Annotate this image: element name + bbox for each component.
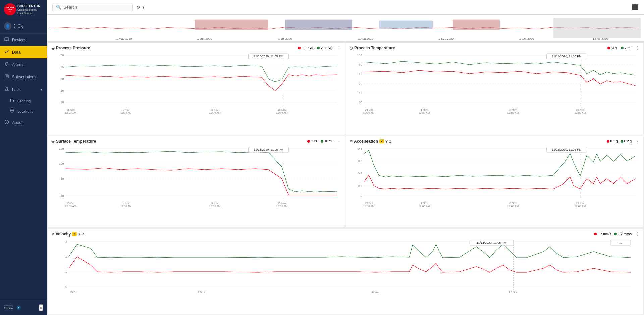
data-label: Data xyxy=(12,50,20,55)
accel-y-btn[interactable]: Y xyxy=(385,139,388,143)
svg-text:12:00 AM: 12:00 AM xyxy=(419,111,430,114)
filter-button[interactable]: ⚙ ▼ xyxy=(136,5,145,10)
svg-text:100: 100 xyxy=(357,54,362,57)
svg-text:0.4: 0.4 xyxy=(358,172,362,175)
svg-text:1 Nov: 1 Nov xyxy=(198,291,205,294)
svg-text:11/13/2020, 11:05 PM: 11/13/2020, 11:05 PM xyxy=(477,241,506,244)
legend-01g: 0.1 g xyxy=(607,139,618,143)
sidebar-item-subscriptions[interactable]: Subscriptions xyxy=(0,71,47,83)
legend-label-01g: 0.1 g xyxy=(610,139,618,143)
chart-velocity: ≋ Velocity X Y Z 0.7 mm/s xyxy=(48,228,643,314)
svg-text:15 Nov: 15 Nov xyxy=(576,108,584,111)
search-box[interactable]: 🔍 xyxy=(52,3,133,11)
chart-menu-accel[interactable]: ⋮ xyxy=(635,139,640,144)
sidebar-item-data[interactable]: Data xyxy=(0,46,47,58)
sidebar: CHESTER TON ® CHESTERTON Global Solution… xyxy=(0,0,47,315)
sidebar-item-alarms[interactable]: Alarms xyxy=(0,58,47,71)
search-input[interactable] xyxy=(63,5,129,10)
sidebar-collapse-button[interactable]: « xyxy=(39,304,43,311)
legend-dot-red xyxy=(298,47,301,49)
svg-text:0: 0 xyxy=(65,285,67,288)
svg-text:8 Nov: 8 Nov xyxy=(509,202,517,205)
legend-dot-green-accel xyxy=(621,140,623,143)
legend-19psig: 19 PSIG xyxy=(298,46,314,50)
logo: CHESTER TON ® CHESTERTON Global Solution… xyxy=(0,0,47,19)
devices-label: Devices xyxy=(12,38,26,42)
svg-text:25: 25 xyxy=(60,65,64,69)
legend-label-12mms: 1.2 mm/s xyxy=(618,232,632,236)
svg-text:12:00 AM: 12:00 AM xyxy=(65,111,76,114)
locations-label: Locations xyxy=(17,109,33,113)
pressure-chart-svg: 30 25 20 15 10 11/13/2020, 11:05 PM 25 O… xyxy=(51,52,341,116)
about-icon: i xyxy=(4,120,9,125)
svg-text:12:00 AM: 12:00 AM xyxy=(419,205,430,208)
sidebar-item-about[interactable]: i About xyxy=(0,116,47,129)
accel-legend: 0.1 g 0.2 g xyxy=(607,139,632,143)
devices-icon xyxy=(4,37,9,43)
screen-icon[interactable]: ⬛ xyxy=(632,4,639,10)
chart-menu-surface[interactable]: ⋮ xyxy=(337,139,341,144)
sidebar-item-labs[interactable]: Labs ▼ xyxy=(0,83,47,96)
svg-rect-4 xyxy=(5,38,9,41)
svg-text:1 Nov 2020: 1 Nov 2020 xyxy=(593,37,608,40)
svg-text:0.2: 0.2 xyxy=(358,184,362,188)
legend-dot-green xyxy=(317,47,320,49)
sidebar-item-devices[interactable]: Devices xyxy=(0,34,47,46)
svg-text:3: 3 xyxy=(65,240,67,243)
svg-rect-28 xyxy=(453,20,500,30)
velocity-x-badge[interactable]: X xyxy=(72,232,77,236)
svg-text:12:00 AM: 12:00 AM xyxy=(209,205,221,208)
accel-z-btn[interactable]: Z xyxy=(389,139,391,143)
svg-rect-16 xyxy=(13,100,14,102)
svg-text:1 Nov: 1 Nov xyxy=(421,202,428,205)
legend-07mms: 0.7 mm/s xyxy=(594,232,611,236)
svg-text:80: 80 xyxy=(359,72,362,76)
svg-rect-15 xyxy=(12,99,12,102)
svg-text:15 Nov: 15 Nov xyxy=(278,108,286,111)
user-menu[interactable]: 👤 J. Cid xyxy=(0,19,47,34)
velocity-z-btn[interactable]: Z xyxy=(82,232,85,236)
accel-x-badge[interactable]: X xyxy=(379,139,384,143)
svg-text:12:00 AM: 12:00 AM xyxy=(507,111,519,114)
svg-text:10: 10 xyxy=(60,101,64,104)
svg-rect-14 xyxy=(10,99,11,102)
surface-icon: ◎ xyxy=(51,139,55,143)
svg-text:12:00 AM: 12:00 AM xyxy=(507,205,519,208)
svg-text:✦: ✦ xyxy=(18,307,20,309)
chart-header-pressure: ◎ Process Pressure 19 PSIG 23 PSIG xyxy=(51,45,341,51)
svg-text:1 Aug 2020: 1 Aug 2020 xyxy=(358,37,373,40)
chart-header-velocity: ≋ Velocity X Y Z 0.7 mm/s xyxy=(51,231,640,237)
grading-label: Grading xyxy=(17,99,31,103)
chart-header-surface: ◎ Surface Temperature 79°F 102°F xyxy=(51,139,341,144)
temp-legend: 61°F 75°F xyxy=(607,46,632,50)
timeline-svg: 1 May 2020 1 Jun 2020 1 Jul 2020 1 Aug 2… xyxy=(50,15,641,41)
svg-text:12:00 AM: 12:00 AM xyxy=(363,111,375,114)
velocity-chart-svg: 3 2 1 0 11/13/2020, 11:05 PM ... 25 Oct … xyxy=(51,238,640,295)
svg-text:1 Nov: 1 Nov xyxy=(122,202,129,205)
velocity-y-btn[interactable]: Y xyxy=(78,232,80,236)
chart-title-velocity: ≋ Velocity X Y Z xyxy=(51,232,84,237)
chart-menu-pressure[interactable]: ⋮ xyxy=(337,45,341,51)
svg-text:®: ® xyxy=(10,11,11,12)
pressure-title: Process Pressure xyxy=(56,46,90,50)
svg-text:100: 100 xyxy=(59,162,64,165)
svg-point-17 xyxy=(11,110,13,111)
chart-acceleration: ≋ Acceleration X Y Z 0.1 g xyxy=(346,136,643,228)
legend-dot-green-temp xyxy=(621,47,624,49)
sidebar-item-locations[interactable]: Locations xyxy=(9,106,47,116)
labs-submenu: Grading Locations xyxy=(0,96,47,116)
svg-text:11/13/2020, 11:05 PM: 11/13/2020, 11:05 PM xyxy=(552,148,582,151)
svg-text:25 Oct: 25 Oct xyxy=(70,291,78,294)
sidebar-item-grading[interactable]: Grading xyxy=(9,96,47,106)
chart-menu-temp[interactable]: ⋮ xyxy=(635,45,640,51)
surface-title: Surface Temperature xyxy=(56,139,96,144)
subscriptions-icon xyxy=(4,74,9,80)
svg-text:70: 70 xyxy=(359,82,362,85)
chart-menu-velocity[interactable]: ⋮ xyxy=(635,231,640,237)
content-area: 1 May 2020 1 Jun 2020 1 Jul 2020 1 Aug 2… xyxy=(47,15,644,315)
subscriptions-label: Subscriptions xyxy=(12,75,36,80)
about-label: About xyxy=(12,120,22,125)
svg-text:60: 60 xyxy=(359,91,362,95)
svg-text:90: 90 xyxy=(359,63,362,66)
svg-text:12:00 AM: 12:00 AM xyxy=(363,205,375,208)
